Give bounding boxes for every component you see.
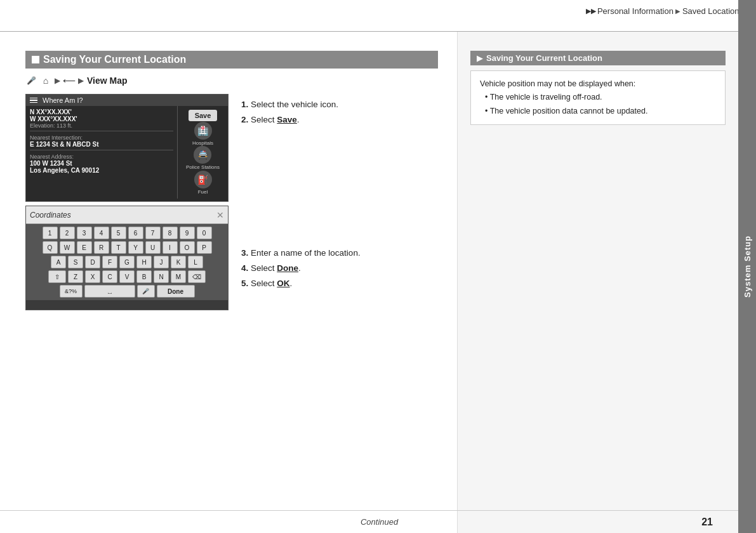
instruction-1: 1. Select the vehicle icon. xyxy=(241,97,438,112)
police-icon-circle: 🚔 xyxy=(194,146,211,164)
ok-word: OK xyxy=(277,279,289,288)
coords-val1: N XX°XX.XXX' xyxy=(30,109,173,115)
kbd-key-x[interactable]: X xyxy=(85,270,100,283)
fuel-icon-circle: ⛽ xyxy=(194,171,212,188)
kbd-key-f[interactable]: F xyxy=(102,256,117,268)
kbd-key-j[interactable]: J xyxy=(154,256,169,268)
kbd-row-numbers: 1 2 3 4 5 6 7 8 9 0 xyxy=(29,227,225,239)
mic-key[interactable]: 🎤 xyxy=(137,285,155,298)
hospitals-icon: 🏥 Hospitals xyxy=(192,122,213,146)
kbd-key-r[interactable]: R xyxy=(94,241,109,254)
kbd-key-8[interactable]: 8 xyxy=(162,227,178,239)
home-icon: ⌂ xyxy=(40,75,51,86)
main-content: Saving Your Current Location 🎤 ⌂ ▶ ⟵ ▶ V… xyxy=(0,32,738,533)
screen1-right-panel: Save 🏥 Hospitals 🚔 Police Stations ⛽ xyxy=(177,106,228,199)
menu-icon xyxy=(30,98,37,103)
instruction-2: 2. Select Save. xyxy=(241,112,438,128)
screenshots-area: Where Am I? N XX°XX.XXX' W XXX°XX.XXX' E… xyxy=(25,94,438,310)
kbd-row-qwerty: Q W E R T Y U I O P xyxy=(29,241,225,254)
screen1-body: N XX°XX.XXX' W XXX°XX.XXX' Elevation: 11… xyxy=(26,106,228,199)
kbd-key-z[interactable]: Z xyxy=(68,270,83,283)
kbd-key-o[interactable]: O xyxy=(180,241,195,254)
instr-num-5: 5. xyxy=(241,279,248,288)
nearest-value: E 1234 St & N ABCD St xyxy=(30,141,173,148)
kbd-key-t[interactable]: T xyxy=(111,241,126,254)
kbd-key-g[interactable]: G xyxy=(119,256,135,268)
footer-continued: Continued xyxy=(57,517,701,527)
nearest-label: Nearest Intersection: xyxy=(30,135,173,141)
kbd-key-h[interactable]: H xyxy=(136,256,152,268)
kbd-key-u[interactable]: U xyxy=(145,241,161,254)
instr-num-4: 4. xyxy=(241,263,248,273)
kbd-key-c[interactable]: C xyxy=(102,270,117,283)
backspace-key[interactable]: ⌫ xyxy=(188,270,206,283)
symbols-key[interactable]: &?% xyxy=(60,285,83,298)
kbd-key-d[interactable]: D xyxy=(85,256,100,268)
kbd-key-2[interactable]: 2 xyxy=(60,227,75,239)
kbd-row-asdf: A S D F G H J K L xyxy=(29,256,225,268)
note-title: Saving Your Current Location xyxy=(486,53,602,63)
kbd-key-w[interactable]: W xyxy=(60,241,75,254)
kbd-key-3[interactable]: 3 xyxy=(77,227,92,239)
coords-section: N XX°XX.XXX' W XXX°XX.XXX' Elevation: 11… xyxy=(30,109,173,131)
screenshots-left: Where Am I? N XX°XX.XXX' W XXX°XX.XXX' E… xyxy=(25,94,229,310)
keyboard-area: 1 2 3 4 5 6 7 8 9 0 Q xyxy=(26,224,228,300)
system-setup-sidebar: System Setup xyxy=(738,0,756,533)
sidebar-label: System Setup xyxy=(743,235,752,298)
kbd-key-y[interactable]: Y xyxy=(128,241,143,254)
breadcrumb: ▶▶ Personal Information ▶ Saved Location… xyxy=(586,6,743,16)
breadcrumb-item-1: Personal Information xyxy=(597,6,673,16)
kbd-key-5[interactable]: 5 xyxy=(111,227,126,239)
instr-num-2: 2. xyxy=(241,115,248,124)
kbd-key-k[interactable]: K xyxy=(171,256,186,268)
kbd-key-m[interactable]: M xyxy=(171,270,186,283)
fuel-label: Fuel xyxy=(198,189,208,195)
address-label: Nearest Address: xyxy=(30,154,173,160)
instr-text-1: Select the vehicle icon. xyxy=(251,100,338,109)
kbd-key-v[interactable]: V xyxy=(119,270,135,283)
kbd-key-s[interactable]: S xyxy=(68,256,83,268)
fuel-icon: ⛽ Fuel xyxy=(194,171,212,195)
nav-arrow-2: ▶ xyxy=(78,76,84,85)
kbd-key-e[interactable]: E xyxy=(77,241,92,254)
shift-key[interactable]: ⇧ xyxy=(48,270,66,283)
nav-label: View Map xyxy=(87,76,128,86)
save-word: Save xyxy=(277,115,297,124)
screen2-title: Coordinates xyxy=(30,211,71,220)
nav-row: 🎤 ⌂ ▶ ⟵ ▶ View Map xyxy=(25,75,438,86)
screen1-left-panel: N XX°XX.XXX' W XXX°XX.XXX' Elevation: 11… xyxy=(26,106,177,199)
right-column: ▶ Saving Your Current Location Vehicle p… xyxy=(457,32,738,533)
note-item-1: The vehicle is traveling off-road. xyxy=(485,91,716,104)
kbd-key-9[interactable]: 9 xyxy=(180,227,195,239)
kbd-key-7[interactable]: 7 xyxy=(145,227,161,239)
instr-num-1: 1. xyxy=(241,100,248,109)
space-key[interactable]: ⎵ xyxy=(84,285,135,298)
mic-icon: 🎤 xyxy=(25,75,37,86)
kbd-key-p[interactable]: P xyxy=(197,241,212,254)
section-header-icon xyxy=(32,56,39,63)
intersection-section: Nearest Intersection: E 1234 St & N ABCD… xyxy=(30,135,173,150)
kbd-key-i[interactable]: I xyxy=(162,241,178,254)
kbd-key-4[interactable]: 4 xyxy=(94,227,109,239)
instr-text-4: Select Done. xyxy=(251,263,301,273)
left-column: Saving Your Current Location 🎤 ⌂ ▶ ⟵ ▶ V… xyxy=(0,32,457,533)
screen1-where-am-i: Where Am I? N XX°XX.XXX' W XXX°XX.XXX' E… xyxy=(25,94,229,202)
kbd-key-b[interactable]: B xyxy=(136,270,152,283)
address-value: 100 W 1234 St xyxy=(30,160,173,167)
done-key[interactable]: Done xyxy=(157,285,195,298)
kbd-key-q[interactable]: Q xyxy=(43,241,58,254)
kbd-bottom-row: &?% ⎵ 🎤 Done xyxy=(29,285,225,298)
kbd-key-6[interactable]: 6 xyxy=(128,227,143,239)
note-body: Vehicle position may not be displayed wh… xyxy=(470,70,726,125)
close-icon[interactable]: ✕ xyxy=(216,210,224,220)
note-intro: Vehicle position may not be displayed wh… xyxy=(480,77,716,91)
kbd-key-1[interactable]: 1 xyxy=(43,227,58,239)
kbd-key-a[interactable]: A xyxy=(51,256,66,268)
save-button-screen[interactable]: Save xyxy=(189,110,218,121)
instr-num-3: 3. xyxy=(241,248,248,258)
instr-text-5: Select OK. xyxy=(251,279,292,288)
kbd-key-l[interactable]: L xyxy=(188,256,203,268)
kbd-key-n[interactable]: N xyxy=(154,270,169,283)
kbd-key-0[interactable]: 0 xyxy=(197,227,212,239)
note-item-2: The vehicle position data cannot be upda… xyxy=(485,105,716,118)
